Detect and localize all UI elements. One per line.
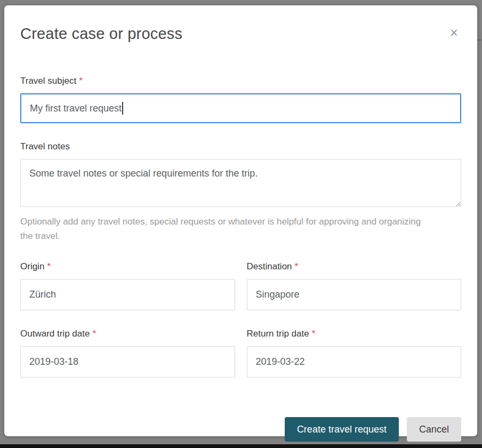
trip-dates-row: Outward trip date* 2019-03-18 Return tri… xyxy=(20,329,461,378)
travel-notes-help: Optionally add any travel notes, special… xyxy=(20,214,431,243)
travel-subject-group: Travel subject* My first travel request xyxy=(20,76,461,123)
required-asterisk: * xyxy=(79,76,83,86)
return-date-input[interactable]: 2019-03-22 xyxy=(247,346,462,378)
return-date-value: 2019-03-22 xyxy=(256,356,305,367)
create-travel-request-button[interactable]: Create travel request xyxy=(285,417,399,442)
required-asterisk: * xyxy=(92,329,96,339)
travel-subject-input[interactable]: My first travel request xyxy=(20,93,461,123)
travel-notes-textarea[interactable]: Some travel notes or special requirement… xyxy=(20,159,461,207)
dialog-title: Create case or process xyxy=(20,25,461,43)
dialog-header: Create case or process × xyxy=(20,25,461,43)
travel-subject-label: Travel subject* xyxy=(20,76,461,86)
origin-group: Origin* Zürich xyxy=(20,261,235,310)
create-case-dialog: Create case or process × Travel subject*… xyxy=(4,5,477,436)
destination-group: Destination* Singapore xyxy=(247,261,462,310)
text-cursor xyxy=(122,102,123,115)
travel-notes-group: Travel notes Some travel notes or specia… xyxy=(20,141,461,243)
destination-input[interactable]: Singapore xyxy=(247,279,462,310)
origin-label: Origin* xyxy=(20,261,235,272)
dialog-footer: Create travel request Cancel xyxy=(20,417,461,442)
required-asterisk: * xyxy=(312,329,316,339)
return-date-label: Return trip date* xyxy=(247,329,462,339)
destination-label: Destination* xyxy=(247,261,462,272)
background-page-edge xyxy=(477,39,482,41)
origin-input[interactable]: Zürich xyxy=(20,279,235,310)
travel-notes-label: Travel notes xyxy=(20,141,461,152)
outward-date-group: Outward trip date* 2019-03-18 xyxy=(20,329,235,378)
travel-subject-value: My first travel request xyxy=(30,103,122,114)
cancel-button[interactable]: Cancel xyxy=(407,417,461,442)
required-asterisk: * xyxy=(47,261,51,271)
outward-date-value: 2019-03-18 xyxy=(29,356,78,367)
close-icon[interactable]: × xyxy=(450,26,458,39)
return-date-group: Return trip date* 2019-03-22 xyxy=(247,329,462,378)
outward-date-label: Outward trip date* xyxy=(20,329,235,339)
backdrop-bottom-strip xyxy=(0,444,482,448)
origin-destination-row: Origin* Zürich Destination* Singapore xyxy=(20,261,461,310)
required-asterisk: * xyxy=(295,261,299,271)
destination-value: Singapore xyxy=(256,289,300,300)
outward-date-input[interactable]: 2019-03-18 xyxy=(20,346,235,378)
origin-value: Zürich xyxy=(29,289,56,300)
